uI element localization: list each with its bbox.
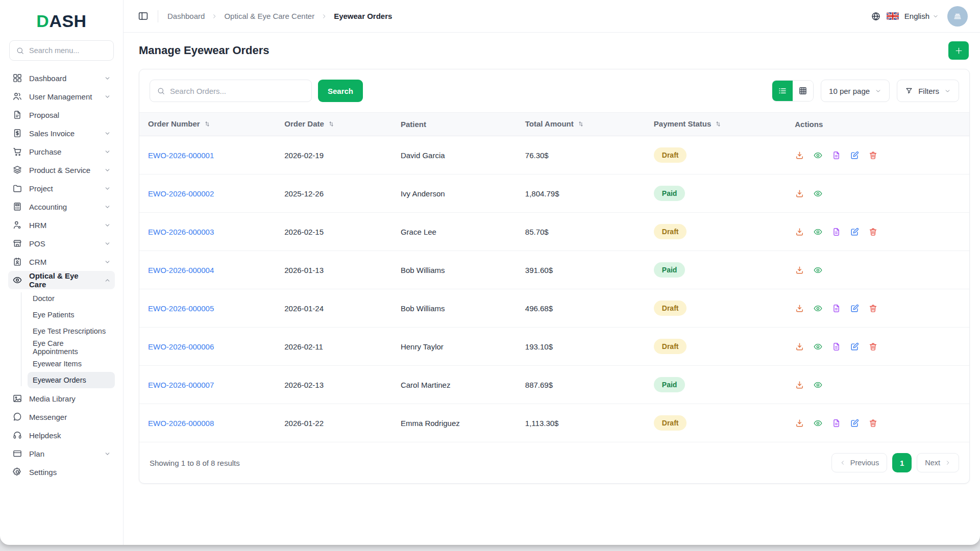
invoice-action-icon[interactable]: [831, 227, 841, 237]
download-action-icon[interactable]: [795, 151, 804, 160]
search-button[interactable]: Search: [318, 80, 363, 102]
sidebar-item-eye-patients[interactable]: Eye Patients: [28, 307, 115, 323]
per-page-select[interactable]: 10 per page: [821, 80, 890, 102]
payment-status-badge: Draft: [654, 415, 687, 431]
view-action-icon[interactable]: [813, 227, 823, 237]
edit-action-icon[interactable]: [850, 151, 860, 160]
list-view-button[interactable]: [772, 81, 793, 101]
sidebar-item-proposal[interactable]: Proposal: [8, 106, 115, 124]
order-number-link[interactable]: EWO-2026-000006: [148, 342, 214, 351]
view-action-icon[interactable]: [813, 265, 823, 275]
breadcrumb-eyewear-orders: Eyewear Orders: [334, 12, 392, 20]
sidebar-item-accounting[interactable]: Accounting: [8, 197, 115, 216]
sidebar-item-label: Helpdesk: [29, 431, 61, 440]
download-action-icon[interactable]: [795, 189, 804, 198]
order-number-link[interactable]: EWO-2026-000004: [148, 266, 214, 274]
edit-action-icon[interactable]: [850, 227, 860, 237]
edit-action-icon[interactable]: [850, 418, 860, 428]
sidebar-item-dashboard[interactable]: Dashboard: [8, 69, 115, 87]
page-header: Manage Eyewear Orders: [124, 33, 980, 67]
view-action-icon[interactable]: [813, 380, 823, 390]
order-number-link[interactable]: EWO-2026-000008: [148, 419, 214, 428]
sort-icon[interactable]: [204, 120, 211, 129]
sidebar-item-eyewear-items[interactable]: Eyewear Items: [28, 356, 115, 372]
invoice-action-icon[interactable]: [831, 304, 841, 313]
invoice-action-icon[interactable]: [831, 151, 841, 160]
delete-action-icon[interactable]: [868, 304, 878, 313]
view-action-icon[interactable]: [813, 189, 823, 198]
column-header-payment-status[interactable]: Payment Status: [646, 113, 787, 136]
download-action-icon[interactable]: [795, 342, 804, 352]
sidebar-item-crm[interactable]: CRM: [8, 253, 115, 271]
sidebar-search[interactable]: [9, 40, 114, 61]
row-actions: [795, 418, 961, 428]
invoice-action-icon[interactable]: [831, 342, 841, 352]
download-action-icon[interactable]: [795, 227, 804, 237]
sidebar-item-hrm[interactable]: HRM: [8, 216, 115, 234]
sidebar-item-optical-and-eye-care[interactable]: Optical & Eye Care: [8, 271, 115, 289]
column-header-total-amount[interactable]: Total Amount: [517, 113, 646, 136]
view-action-icon[interactable]: [813, 342, 823, 352]
sidebar-item-settings[interactable]: Settings: [8, 463, 115, 481]
globe-icon[interactable]: [871, 11, 881, 21]
edit-action-icon[interactable]: [850, 304, 860, 313]
sidebar-item-plan[interactable]: Plan: [8, 444, 115, 463]
sidebar-search-input[interactable]: [29, 46, 107, 55]
previous-page-button[interactable]: Previous: [831, 453, 887, 472]
view-action-icon[interactable]: [813, 418, 823, 428]
order-number-link[interactable]: EWO-2026-000007: [148, 381, 214, 389]
language-selector[interactable]: English: [904, 12, 939, 20]
delete-action-icon[interactable]: [868, 418, 878, 428]
sidebar-item-eye-test-prescriptions[interactable]: Eye Test Prescriptions: [28, 323, 115, 339]
sidebar-item-helpdesk[interactable]: Helpdesk: [8, 426, 115, 444]
delete-action-icon[interactable]: [868, 151, 878, 160]
column-header-order-number[interactable]: Order Number: [139, 113, 276, 136]
sidebar-item-sales-invoice[interactable]: Sales Invoice: [8, 124, 115, 142]
user-avatar[interactable]: [947, 6, 968, 27]
orders-search-input[interactable]: [170, 87, 305, 95]
download-action-icon[interactable]: [795, 418, 804, 428]
sidebar-item-pos[interactable]: POS: [8, 234, 115, 253]
edit-action-icon[interactable]: [850, 342, 860, 352]
delete-action-icon[interactable]: [868, 227, 878, 237]
sort-icon[interactable]: [328, 120, 335, 129]
download-action-icon[interactable]: [795, 380, 804, 390]
row-actions: [795, 227, 961, 237]
sidebar-item-eyewear-orders[interactable]: Eyewear Orders: [28, 372, 115, 388]
filters-button[interactable]: Filters: [897, 80, 959, 102]
order-number-link[interactable]: EWO-2026-000001: [148, 151, 214, 160]
sidebar-item-project[interactable]: Project: [8, 179, 115, 197]
view-action-icon[interactable]: [813, 304, 823, 313]
sidebar-item-product-and-service[interactable]: Product & Service: [8, 161, 115, 179]
sidebar-item-media-library[interactable]: Media Library: [8, 389, 115, 408]
add-order-button[interactable]: [948, 41, 969, 60]
column-header-order-date[interactable]: Order Date: [276, 113, 393, 136]
sidebar-toggle-icon[interactable]: [138, 11, 149, 21]
sidebar-item-doctor[interactable]: Doctor: [28, 290, 115, 307]
page-1-button[interactable]: 1: [892, 453, 912, 472]
order-number-link[interactable]: EWO-2026-000005: [148, 304, 214, 313]
breadcrumb-optical-eye-care-center[interactable]: Optical & Eye Care Center: [224, 12, 314, 20]
grid-view-button[interactable]: [793, 81, 813, 101]
headset-icon: [12, 430, 22, 440]
invoice-action-icon[interactable]: [831, 418, 841, 428]
next-label: Next: [925, 459, 940, 467]
sort-icon[interactable]: [577, 120, 584, 129]
orders-search-box[interactable]: [150, 80, 312, 102]
download-action-icon[interactable]: [795, 304, 804, 313]
order-number-link[interactable]: EWO-2026-000003: [148, 228, 214, 236]
person-icon: [12, 220, 22, 230]
chevron-down-icon: [104, 148, 111, 155]
sidebar-item-eye-care-appointments[interactable]: Eye Care Appointments: [28, 339, 115, 356]
order-number-link[interactable]: EWO-2026-000002: [148, 189, 214, 198]
sort-icon[interactable]: [715, 120, 722, 129]
delete-action-icon[interactable]: [868, 342, 878, 352]
next-page-button[interactable]: Next: [917, 453, 959, 472]
download-action-icon[interactable]: [795, 265, 804, 275]
sidebar-item-purchase[interactable]: Purchase: [8, 142, 115, 161]
view-action-icon[interactable]: [813, 151, 823, 160]
sidebar-item-user-management[interactable]: User Management: [8, 87, 115, 106]
sidebar-item-messenger[interactable]: Messenger: [8, 408, 115, 426]
order-date-cell: 2026-01-24: [276, 289, 393, 328]
breadcrumb-dashboard[interactable]: Dashboard: [167, 12, 205, 20]
